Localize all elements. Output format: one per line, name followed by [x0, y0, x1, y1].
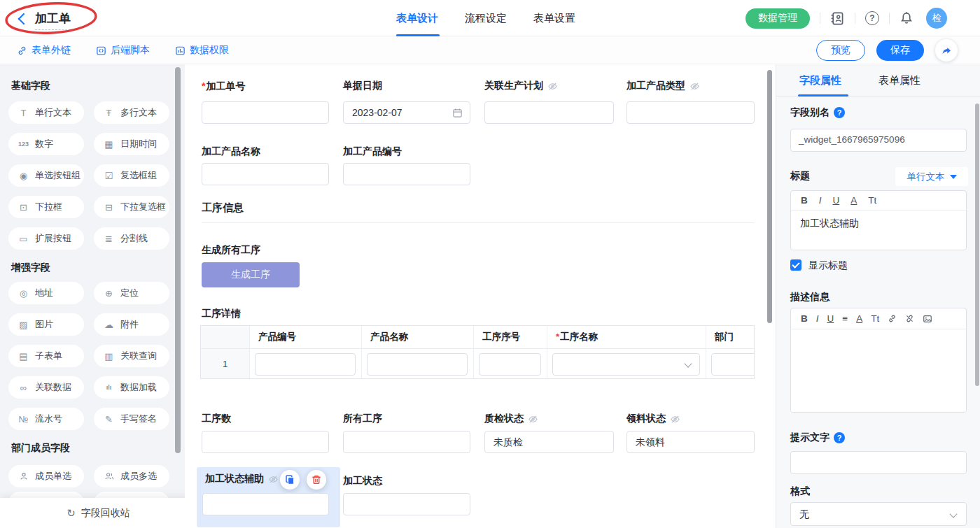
product-type-input[interactable] — [626, 101, 755, 124]
subform-product-no-input[interactable] — [255, 353, 356, 376]
form-external-link[interactable]: 表单外链 — [17, 44, 71, 57]
field-pill-member-multi[interactable]: 成员多选 — [94, 465, 169, 487]
field-pill-address[interactable]: ◎地址 — [8, 282, 84, 304]
tab-field-properties[interactable]: 字段属性 — [799, 74, 841, 87]
field-pill-number[interactable]: 123数字 — [8, 133, 84, 155]
font-color-icon[interactable]: A — [850, 195, 857, 206]
subform-product-name-input[interactable] — [367, 353, 468, 376]
divider-icon: ≣ — [103, 234, 115, 244]
save-button[interactable]: 保存 — [876, 40, 924, 61]
image-icon: ▨ — [18, 320, 29, 330]
subform-department-input[interactable] — [711, 353, 755, 376]
description-editor-content[interactable] — [791, 329, 966, 412]
field-pill-multi-line-text[interactable]: Ŧ多行文本 — [94, 101, 169, 124]
share-button[interactable] — [935, 39, 958, 62]
format-select[interactable]: 无 — [790, 502, 967, 526]
underline-icon[interactable]: U — [833, 195, 840, 206]
generate-process-button[interactable]: 生成工序 — [202, 262, 300, 287]
field-recycle-bin[interactable]: ↻ 字段回收站 — [0, 498, 197, 528]
field-pill-subform[interactable]: ▤子表单 — [8, 345, 84, 367]
all-proc-input[interactable] — [343, 431, 470, 453]
number-icon: 123 — [18, 141, 29, 148]
field-pill-linked-query[interactable]: ▥关联查询 — [94, 345, 169, 367]
status-input[interactable] — [343, 493, 470, 515]
hint-input[interactable] — [790, 451, 967, 474]
field-pill-data-load[interactable]: ılı数据加载 — [94, 376, 169, 399]
font-color-icon[interactable]: A — [856, 313, 862, 324]
related-plan-input[interactable] — [484, 101, 614, 124]
backend-script[interactable]: 后端脚本 — [96, 44, 150, 57]
title-editor-content[interactable]: 加工状态辅助 — [791, 211, 966, 230]
image-icon[interactable] — [923, 314, 932, 324]
field-pill-signature[interactable]: ✎手写签名 — [94, 408, 169, 430]
tab-form-settings[interactable]: 表单设置 — [533, 12, 575, 25]
copy-field-button[interactable] — [280, 470, 300, 490]
preview-button[interactable]: 预览 — [816, 40, 865, 61]
address-book-icon[interactable] — [830, 11, 845, 26]
font-size-icon[interactable]: Tt — [868, 195, 876, 206]
field-pill-dropdown[interactable]: ⊡下拉框 — [8, 196, 84, 218]
order-no-input[interactable] — [202, 101, 329, 124]
panel-scrollbar[interactable] — [975, 104, 979, 386]
help-icon[interactable]: ? — [865, 11, 879, 25]
field-pill-location[interactable]: ⊕定位 — [94, 282, 169, 304]
field-pill-image[interactable]: ▨图片 — [8, 313, 84, 336]
single-line-text-icon: T — [18, 108, 29, 118]
people-icon — [103, 471, 115, 481]
dropdown-icon: ⊡ — [18, 202, 29, 213]
avatar[interactable]: 检 — [926, 8, 947, 29]
help-icon[interactable]: ? — [834, 432, 845, 443]
share-arrow-icon — [941, 45, 952, 56]
link-icon[interactable] — [888, 314, 897, 323]
font-size-icon[interactable]: Tt — [871, 313, 879, 324]
description-editor[interactable]: B I U ≡ A Tt — [790, 308, 967, 413]
field-pill-member-single[interactable]: 成员单选 — [8, 465, 84, 487]
data-permission[interactable]: 数据权限 — [175, 44, 229, 57]
unlink-icon[interactable] — [905, 314, 914, 323]
tab-form-design[interactable]: 表单设计 — [396, 12, 438, 25]
underline-icon[interactable]: U — [827, 313, 834, 324]
qc-status-input[interactable]: 未质检 — [484, 431, 614, 453]
field-pill-serial-number[interactable]: №流水号 — [8, 408, 84, 430]
field-pill-single-line-text[interactable]: T单行文本 — [8, 101, 84, 124]
field-product-no-label: 加工产品编号 — [343, 145, 402, 158]
bold-icon[interactable]: B — [801, 313, 808, 324]
subform-proc-name-select[interactable] — [552, 353, 700, 376]
italic-icon[interactable]: I — [819, 195, 822, 206]
field-subform-label: 工序详情 — [202, 308, 241, 320]
tab-flow-settings[interactable]: 流程设定 — [465, 12, 507, 25]
tab-form-properties[interactable]: 表单属性 — [878, 74, 920, 87]
serial-icon: № — [18, 414, 29, 424]
canvas-scrollbar[interactable] — [767, 70, 772, 323]
align-icon[interactable]: ≡ — [842, 313, 848, 324]
product-name-input[interactable] — [202, 163, 329, 185]
bell-icon[interactable] — [899, 11, 913, 25]
field-pill-divider[interactable]: ≣分割线 — [94, 227, 169, 250]
proc-count-input[interactable] — [202, 431, 329, 453]
italic-icon[interactable]: I — [816, 313, 819, 324]
field-pill-multi-dropdown[interactable]: ⊟下拉复选框 — [94, 196, 169, 218]
subform-col-department: 部门 — [706, 326, 755, 348]
section-basic-fields: 基础字段 — [11, 80, 50, 92]
field-type-select[interactable]: 单行文本 — [895, 167, 968, 186]
data-manage-button[interactable]: 数据管理 — [746, 8, 810, 29]
divider — [820, 13, 820, 24]
alias-input[interactable]: _widget_1667965975096 — [790, 129, 967, 152]
sidebar-scrollbar[interactable] — [175, 67, 181, 453]
field-pill-checkbox-group[interactable]: ☑复选框组 — [94, 164, 169, 187]
bold-icon[interactable]: B — [801, 195, 808, 206]
doc-date-input[interactable]: 2023-02-07 — [343, 101, 470, 124]
subform-proc-seq-input[interactable] — [479, 353, 541, 376]
field-pill-extend-button[interactable]: ▭扩展按钮 — [8, 227, 84, 250]
field-pill-attachment[interactable]: ☁附件 — [94, 313, 169, 336]
delete-field-button[interactable] — [307, 470, 326, 490]
pick-status-input[interactable]: 未领料 — [626, 431, 755, 453]
button-icon: ▭ — [18, 234, 29, 244]
status-aux-input[interactable] — [202, 493, 329, 515]
field-pill-datetime[interactable]: ▦日期时间 — [94, 133, 169, 155]
show-title-checkbox[interactable] — [790, 259, 802, 271]
field-pill-linked-data[interactable]: ∞关联数据 — [8, 376, 84, 399]
product-no-input[interactable] — [343, 163, 470, 185]
help-icon[interactable]: ? — [834, 107, 845, 118]
field-pill-radio-group[interactable]: ◉单选按钮组 — [8, 164, 84, 187]
